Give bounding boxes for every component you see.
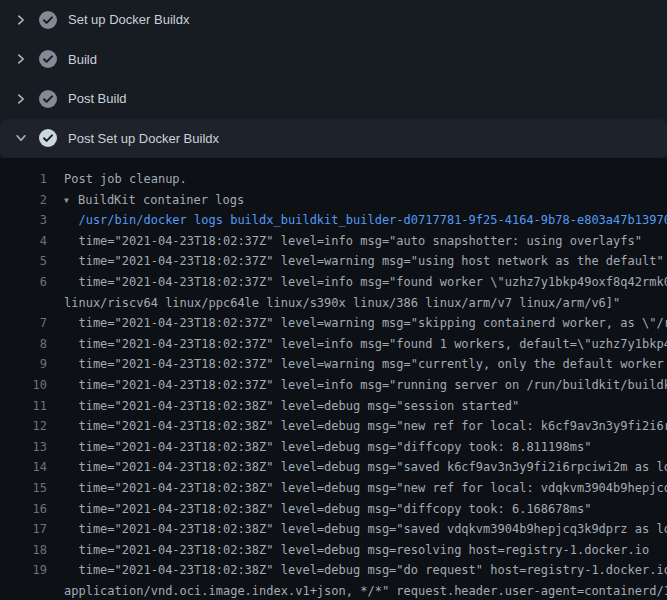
log-row: 6 time="2021-04-23T18:02:37Z" level=info…	[0, 272, 667, 293]
check-circle-icon	[38, 89, 58, 109]
chevron-right-icon	[13, 12, 29, 28]
steps-list: Set up Docker Buildx Build Post Build Po…	[0, 0, 667, 158]
line-number[interactable]: 9	[0, 354, 47, 375]
log-text: time="2021-04-23T18:02:37Z" level=warnin…	[47, 313, 667, 334]
line-number	[0, 293, 47, 314]
log-text: time="2021-04-23T18:02:37Z" level=info m…	[47, 272, 667, 293]
step-label: Post Build	[68, 91, 127, 106]
line-number	[0, 581, 47, 600]
log-text: time="2021-04-23T18:02:38Z" level=debug …	[47, 416, 667, 437]
actions-log-viewer: Set up Docker Buildx Build Post Build Po…	[0, 0, 667, 600]
line-number[interactable]: 1	[0, 169, 47, 190]
line-number[interactable]: 15	[0, 478, 47, 499]
chevron-down-icon	[13, 130, 29, 146]
log-row: 12 time="2021-04-23T18:02:38Z" level=deb…	[0, 416, 667, 437]
log-row: 19 time="2021-04-23T18:02:38Z" level=deb…	[0, 560, 667, 581]
log-row: 15 time="2021-04-23T18:02:38Z" level=deb…	[0, 478, 667, 499]
line-number[interactable]: 8	[0, 334, 47, 355]
line-number[interactable]: 5	[0, 251, 47, 272]
log-text: time="2021-04-23T18:02:38Z" level=debug …	[47, 560, 667, 581]
line-number[interactable]: 11	[0, 396, 47, 417]
line-number[interactable]: 6	[0, 272, 47, 293]
log-row: 11 time="2021-04-23T18:02:38Z" level=deb…	[0, 396, 667, 417]
log-text: time="2021-04-23T18:02:37Z" level=info m…	[47, 375, 667, 396]
log-row: 18 time="2021-04-23T18:02:38Z" level=deb…	[0, 540, 667, 561]
log-row: 14 time="2021-04-23T18:02:38Z" level=deb…	[0, 457, 667, 478]
log-row[interactable]: 2 ▼BuildKit container logs	[0, 190, 667, 211]
log-text: time="2021-04-23T18:02:38Z" level=debug …	[47, 499, 591, 520]
check-circle-icon	[38, 10, 58, 30]
log-text: time="2021-04-23T18:02:38Z" level=debug …	[47, 478, 667, 499]
log-text: ▼BuildKit container logs	[47, 190, 244, 211]
step-row[interactable]: Post Set up Docker Buildx	[0, 119, 667, 159]
log-text: time="2021-04-23T18:02:38Z" level=debug …	[47, 396, 519, 417]
log-row: 3 /usr/bin/docker logs buildx_buildkit_b…	[0, 210, 667, 231]
line-number[interactable]: 2	[0, 190, 47, 211]
log-row: application/vnd.oci.image.index.v1+json,…	[0, 581, 667, 600]
line-number[interactable]: 16	[0, 499, 47, 520]
chevron-right-icon	[13, 51, 29, 67]
line-number[interactable]: 3	[0, 210, 47, 231]
step-row[interactable]: Post Build	[0, 79, 667, 119]
log-row: 17 time="2021-04-23T18:02:38Z" level=deb…	[0, 519, 667, 540]
log-row: 13 time="2021-04-23T18:02:38Z" level=deb…	[0, 437, 667, 458]
log-row: 5 time="2021-04-23T18:02:37Z" level=warn…	[0, 251, 667, 272]
line-number[interactable]: 18	[0, 540, 47, 561]
line-number[interactable]: 14	[0, 457, 47, 478]
check-circle-icon	[38, 49, 58, 69]
log-row: 4 time="2021-04-23T18:02:37Z" level=info…	[0, 231, 667, 252]
step-label: Build	[68, 52, 97, 67]
log-text: time="2021-04-23T18:02:38Z" level=debug …	[47, 519, 667, 540]
step-row[interactable]: Build	[0, 40, 667, 80]
log-row: 10 time="2021-04-23T18:02:37Z" level=inf…	[0, 375, 667, 396]
line-number[interactable]: 19	[0, 560, 47, 581]
line-number[interactable]: 17	[0, 519, 47, 540]
check-circle-icon	[38, 128, 58, 148]
step-label: Set up Docker Buildx	[68, 12, 189, 27]
log-text: time="2021-04-23T18:02:38Z" level=debug …	[47, 457, 667, 478]
log-text: time="2021-04-23T18:02:38Z" level=debug …	[47, 540, 649, 561]
log-text: time="2021-04-23T18:02:37Z" level=warnin…	[47, 354, 667, 375]
log-text: time="2021-04-23T18:02:38Z" level=debug …	[47, 437, 591, 458]
step-row[interactable]: Set up Docker Buildx	[0, 0, 667, 40]
line-number[interactable]: 10	[0, 375, 47, 396]
line-number[interactable]: 4	[0, 231, 47, 252]
log-row: 8 time="2021-04-23T18:02:37Z" level=info…	[0, 334, 667, 355]
log-text: Post job cleanup.	[47, 169, 187, 190]
log-text: /usr/bin/docker logs buildx_buildkit_bui…	[47, 210, 667, 231]
line-number[interactable]: 12	[0, 416, 47, 437]
log-text: time="2021-04-23T18:02:37Z" level=info m…	[47, 231, 642, 252]
chevron-right-icon	[13, 91, 29, 107]
log-text: application/vnd.oci.image.index.v1+json,…	[47, 581, 667, 600]
log-row: 9 time="2021-04-23T18:02:37Z" level=warn…	[0, 354, 667, 375]
log-row: 16 time="2021-04-23T18:02:38Z" level=deb…	[0, 499, 667, 520]
log-row: 1 Post job cleanup.	[0, 169, 667, 190]
line-number[interactable]: 7	[0, 313, 47, 334]
log-area: 1 Post job cleanup. 2 ▼BuildKit containe…	[0, 158, 667, 600]
log-text: time="2021-04-23T18:02:37Z" level=warnin…	[47, 251, 664, 272]
log-text: linux/riscv64 linux/ppc64le linux/s390x …	[47, 293, 620, 314]
log-row: 7 time="2021-04-23T18:02:37Z" level=warn…	[0, 313, 667, 334]
log-text: time="2021-04-23T18:02:37Z" level=info m…	[47, 334, 667, 355]
step-label: Post Set up Docker Buildx	[68, 131, 219, 146]
group-expand-triangle-icon: ▼	[64, 191, 78, 212]
line-number[interactable]: 13	[0, 437, 47, 458]
log-row: linux/riscv64 linux/ppc64le linux/s390x …	[0, 293, 667, 314]
